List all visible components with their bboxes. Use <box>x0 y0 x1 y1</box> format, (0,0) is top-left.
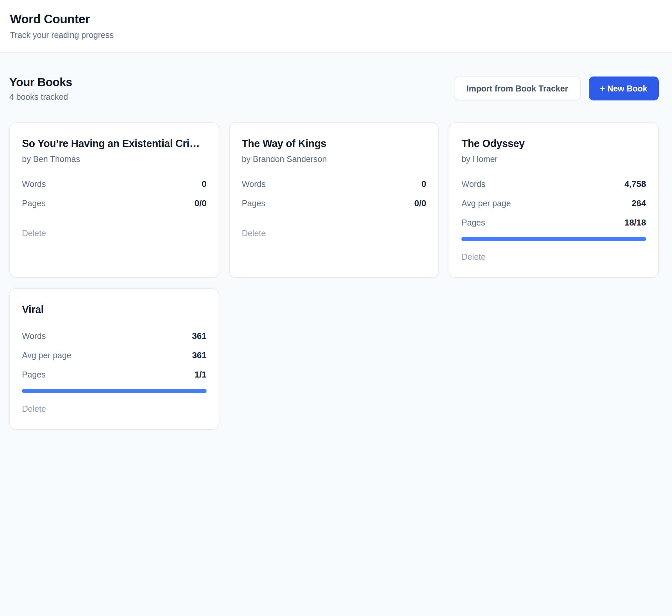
stat-row-words: Words 4,758 <box>461 179 646 189</box>
stat-row-words: Words 0 <box>22 179 207 189</box>
app-subtitle: Track your reading progress <box>10 30 659 40</box>
stat-label: Pages <box>22 370 46 380</box>
stat-row-pages: Pages 1/1 <box>22 370 207 380</box>
book-author: by Homer <box>461 154 646 164</box>
stat-value: 1/1 <box>195 370 207 380</box>
delete-book-button[interactable]: Delete <box>242 228 266 238</box>
progress-bar-track <box>461 237 646 241</box>
stat-label: Pages <box>461 218 485 228</box>
stat-label: Words <box>22 179 46 189</box>
books-grid: So You’re Having an Existential Cri… by … <box>9 122 659 430</box>
books-count: 4 books tracked <box>9 92 72 102</box>
stat-row-avg-per-page: Avg per page 264 <box>461 198 646 209</box>
book-stats: Words 0 Pages 0/0 <box>242 179 426 218</box>
book-author: by Ben Thomas <box>22 154 207 164</box>
new-book-button[interactable]: + New Book <box>589 77 659 100</box>
stat-label: Pages <box>22 198 46 209</box>
stat-value: 0/0 <box>414 198 426 209</box>
book-card: The Odyssey by Homer Words 4,758 Avg per… <box>449 122 659 278</box>
section-title: Your Books <box>9 75 72 89</box>
book-stats: Words 4,758 Avg per page 264 Pages 18/18 <box>461 179 646 241</box>
progress-bar-fill <box>461 237 646 241</box>
stat-value: 4,758 <box>624 179 646 189</box>
stat-value: 264 <box>632 198 646 209</box>
stat-row-words: Words 361 <box>22 331 207 341</box>
stat-row-pages: Pages 18/18 <box>461 218 646 228</box>
delete-book-button[interactable]: Delete <box>22 228 46 238</box>
book-author: by Brandon Sanderson <box>242 154 426 164</box>
stat-label: Avg per page <box>22 350 71 361</box>
stat-value: 18/18 <box>624 218 646 228</box>
app-header: Word Counter Track your reading progress <box>0 0 672 53</box>
main-content: Your Books 4 books tracked Import from B… <box>0 75 672 430</box>
stat-label: Words <box>461 179 485 189</box>
book-title: Viral <box>22 303 207 316</box>
book-card: So You’re Having an Existential Cri… by … <box>9 122 219 278</box>
stat-label: Avg per page <box>461 198 511 209</box>
book-card: Viral Words 361 Avg per page 361 Pages 1… <box>9 288 219 430</box>
stat-row-pages: Pages 0/0 <box>22 198 207 209</box>
stat-value: 0 <box>421 179 426 189</box>
stat-value: 361 <box>192 331 206 341</box>
book-title: So You’re Having an Existential Cri… <box>22 137 207 150</box>
delete-book-button[interactable]: Delete <box>22 404 46 414</box>
stat-value: 0/0 <box>195 198 207 209</box>
app-title: Word Counter <box>10 12 659 27</box>
stat-value: 0 <box>202 179 206 189</box>
section-header: Your Books 4 books tracked Import from B… <box>9 75 659 102</box>
stat-label: Words <box>22 331 46 341</box>
section-title-block: Your Books 4 books tracked <box>9 75 72 102</box>
toolbar-actions: Import from Book Tracker + New Book <box>454 77 659 100</box>
book-title: The Way of Kings <box>242 137 426 150</box>
stat-label: Pages <box>242 198 265 209</box>
delete-book-button[interactable]: Delete <box>461 252 485 262</box>
stat-label: Words <box>242 179 266 189</box>
progress-bar-fill <box>22 389 207 393</box>
stat-row-avg-per-page: Avg per page 361 <box>22 350 207 361</box>
stat-row-words: Words 0 <box>242 179 426 189</box>
stat-value: 361 <box>192 350 206 361</box>
book-stats: Words 0 Pages 0/0 <box>22 179 207 218</box>
book-card: The Way of Kings by Brandon Sanderson Wo… <box>229 122 439 278</box>
book-stats: Words 361 Avg per page 361 Pages 1/1 <box>22 331 207 393</box>
book-title: The Odyssey <box>461 137 646 150</box>
progress-bar-track <box>22 389 207 393</box>
import-from-book-tracker-button[interactable]: Import from Book Tracker <box>454 77 581 100</box>
stat-row-pages: Pages 0/0 <box>242 198 426 209</box>
